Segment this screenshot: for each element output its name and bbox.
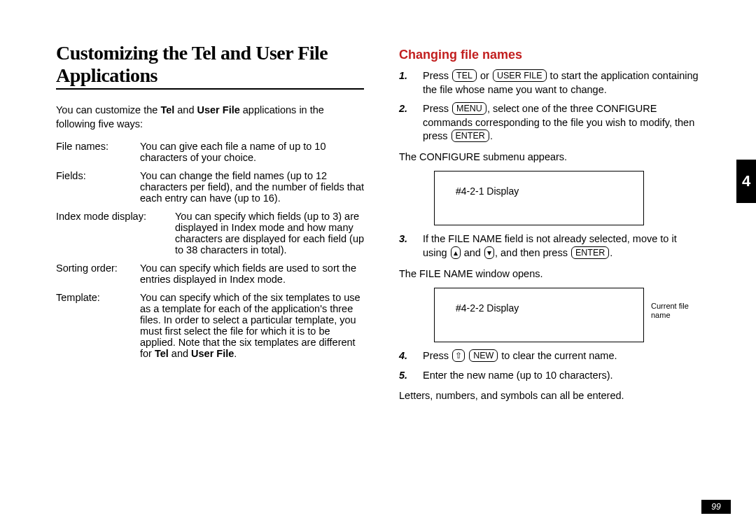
value-sorting: You can specify which fields are used to…	[140, 262, 364, 285]
display-wrap-2: #4-2-2 Display Current file name	[399, 288, 700, 342]
key-new: NEW	[469, 349, 498, 362]
right-column: Changing file names 1. Press TEL or USER…	[399, 42, 700, 504]
step-1: 1. Press TEL or USER FILE to start the a…	[399, 69, 700, 97]
template-bold-tel: Tel	[155, 348, 169, 359]
key-shift-icon: ⇧	[452, 349, 465, 362]
after-step2: The CONFIGURE submenu appears.	[399, 150, 700, 164]
template-text-post: .	[234, 348, 237, 359]
value-index-mode: You can specify which fields (up to 3) a…	[175, 211, 364, 255]
key-up-arrow: ▴	[451, 246, 461, 259]
left-column: Customizing the Tel and User File Applic…	[56, 42, 364, 504]
step-4: 4. Press ⇧ NEW to clear the current name…	[399, 349, 700, 363]
row-index-mode: Index mode display: You can specify whic…	[56, 211, 364, 255]
step1-pre: Press	[423, 70, 451, 81]
step-3: 3. If the FILE NAME field is not already…	[399, 232, 700, 260]
steps-list-end: 4. Press ⇧ NEW to clear the current name…	[399, 349, 700, 382]
step-2: 2. Press MENU, select one of the three C…	[399, 102, 700, 144]
step4-post: to clear the current name.	[498, 350, 617, 361]
steps-list-cont: 3. If the FILE NAME field is not already…	[399, 232, 700, 260]
step-number: 2.	[399, 102, 423, 144]
intro-bold-tel: Tel	[160, 104, 174, 115]
step-number: 3.	[399, 232, 423, 260]
display-box-1: #4-2-1 Display	[434, 171, 644, 225]
row-sorting: Sorting order: You can specify which fie…	[56, 262, 364, 285]
intro-paragraph: You can customize the Tel and User File …	[56, 104, 364, 131]
step-number: 5.	[399, 369, 423, 383]
key-down-arrow: ▾	[484, 246, 494, 259]
step3-and: and	[461, 247, 484, 258]
row-fields: Fields: You can change the field names (…	[56, 170, 364, 204]
label-file-names: File names:	[56, 141, 140, 163]
template-bold-userfile: User File	[191, 348, 234, 359]
key-tel: TEL	[452, 69, 477, 82]
key-user-file: USER FILE	[493, 69, 547, 82]
page-number: 99	[701, 500, 731, 514]
after-step5: Letters, numbers, and symbols can all be…	[399, 389, 700, 403]
row-file-names: File names: You can give each file a nam…	[56, 141, 364, 163]
step2-pre: Press	[423, 103, 451, 114]
step-body: Enter the new name (up to 10 characters)…	[423, 369, 700, 383]
intro-bold-userfile: User File	[197, 104, 240, 115]
intro-text-mid: and	[174, 104, 197, 115]
template-text-mid: and	[169, 348, 191, 359]
page-title: Customizing the Tel and User File Applic…	[56, 42, 364, 90]
chapter-tab: 4	[736, 160, 756, 203]
value-template: You can specify which of the six templat…	[140, 292, 364, 359]
section-heading: Changing file names	[399, 48, 700, 62]
value-fields: You can change the field names (up to 12…	[140, 170, 364, 204]
steps-list: 1. Press TEL or USER FILE to start the a…	[399, 69, 700, 144]
step1-or: or	[477, 70, 492, 81]
step3-mid: , and then press	[495, 247, 570, 258]
step-body: Press MENU, select one of the three CONF…	[423, 102, 700, 144]
display-2-text: #4-2-2 Display	[456, 302, 519, 314]
intro-text-pre: You can customize the	[56, 104, 160, 115]
display-2-note: Current file name	[651, 302, 707, 320]
step-number: 4.	[399, 349, 423, 363]
display-1-text: #4-2-1 Display	[456, 186, 519, 197]
row-template: Template: You can specify which of the s…	[56, 292, 364, 359]
step4-pre: Press	[423, 350, 451, 361]
label-fields: Fields:	[56, 170, 140, 204]
label-index-mode: Index mode display:	[56, 211, 175, 255]
after-step3: The FILE NAME window opens.	[399, 267, 700, 281]
label-template: Template:	[56, 292, 140, 359]
step3-post: .	[610, 247, 612, 258]
step2-post: .	[490, 130, 493, 141]
value-file-names: You can give each file a name of up to 1…	[140, 141, 364, 163]
step-body: Press ⇧ NEW to clear the current name.	[423, 349, 700, 363]
display-box-2: #4-2-2 Display	[434, 288, 644, 342]
step-number: 1.	[399, 69, 423, 97]
key-enter: ENTER	[571, 246, 609, 259]
manual-page: Customizing the Tel and User File Applic…	[0, 0, 756, 532]
key-enter: ENTER	[451, 130, 489, 142]
key-menu: MENU	[452, 102, 486, 115]
label-sorting: Sorting order:	[56, 262, 140, 285]
step-body: If the FILE NAME field is not already se…	[423, 232, 700, 260]
step-5: 5. Enter the new name (up to 10 characte…	[399, 369, 700, 383]
step-body: Press TEL or USER FILE to start the appl…	[423, 69, 700, 97]
